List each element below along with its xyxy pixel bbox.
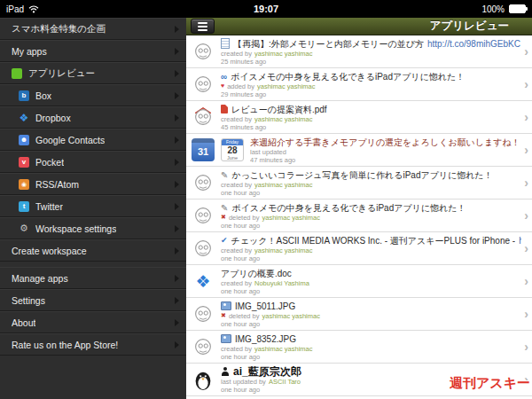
feed-item-meta: created byyashimac yashimac bbox=[221, 115, 521, 123]
watermark: 週刊アスキー bbox=[450, 375, 530, 392]
avatar-sketch bbox=[192, 106, 215, 129]
feed-item[interactable]: 31Friday28June来週紹介する手書きメモアプリの選定をよろしくお願いし… bbox=[186, 134, 532, 167]
sidebar-item-label: Settings bbox=[12, 295, 45, 306]
feed-item-title-text: IMG_5011.JPG bbox=[235, 301, 295, 312]
chevron-right-icon bbox=[175, 181, 179, 188]
feed-item[interactable]: IMG_8352.JPGcreated byyashimac yashimaco… bbox=[186, 331, 532, 364]
sidebar-item[interactable]: ⚙Workspace settings bbox=[0, 217, 186, 239]
timestamp: one hour ago bbox=[221, 254, 260, 262]
feed-item-content: ボイスメモの中身を見える化できるiPadアプリに惚れた！♥added byyas… bbox=[221, 71, 521, 98]
sidebar-item[interactable]: vPocket bbox=[0, 151, 186, 173]
feed-item-content: ボイスメモの中身を見える化できるiPadアプリに惚れた！✖deleted byy… bbox=[221, 202, 521, 230]
chevron-right-icon: › bbox=[524, 274, 528, 288]
feed-item-meta: created byyashimac yashimac bbox=[221, 246, 521, 254]
feed-item-author: yashimac yashimac bbox=[257, 82, 315, 90]
sidebar-item[interactable]: tTwitter bbox=[0, 195, 186, 217]
feed-item[interactable]: ボイスメモの中身を見える化できるiPadアプリに惚れた！♥added byyas… bbox=[186, 68, 532, 101]
chevron-right-icon: › bbox=[524, 143, 528, 157]
rss-icon: ◉ bbox=[19, 179, 29, 190]
feed-item[interactable]: レビューの提案資料.pdfcreated byyashimac yashimac… bbox=[186, 101, 532, 134]
sidebar-item[interactable]: Rate us on the App Store! bbox=[0, 333, 186, 356]
feed-item-title: IMG_5011.JPG bbox=[221, 301, 521, 312]
feed-item-title-text: ボイスメモの中身を見える化できるiPadアプリに惚れた！ bbox=[231, 202, 466, 214]
sidebar-item-label: My apps bbox=[12, 46, 47, 57]
feed-item[interactable]: かっこいいコラージュ写真を簡単に作れるiPadアプリに惚れた！created b… bbox=[186, 167, 532, 200]
wifi-icon bbox=[28, 5, 39, 13]
feed-item-link[interactable]: http://t.co/jbChY… bbox=[519, 235, 521, 246]
sidebar-item-label: Create workspace bbox=[12, 246, 87, 256]
workspace-green-icon bbox=[12, 68, 22, 79]
feed-item-title: アプリの概要.doc bbox=[221, 268, 521, 279]
event-date-month: June bbox=[222, 155, 243, 160]
main-panel: アプリレビュー 【再掲】:外部メモリーと内部メモリーの並び方 http://t.… bbox=[186, 18, 532, 399]
timestamp: one hour ago bbox=[221, 353, 260, 361]
feed-item[interactable]: ボイスメモの中身を見える化できるiPadアプリに惚れた！✖deleted byy… bbox=[186, 200, 532, 232]
check-icon bbox=[221, 235, 228, 246]
feed-item[interactable]: 【再掲】:外部メモリーと内部メモリーの並び方 http://t.co/98mih… bbox=[186, 35, 532, 68]
avatar-sketch bbox=[192, 204, 215, 227]
sidebar-item-label: Pocket bbox=[35, 157, 64, 168]
gcontacts-icon: ☻ bbox=[19, 135, 29, 145]
photo-icon bbox=[221, 301, 231, 310]
feed-item-title: ボイスメモの中身を見える化できるiPadアプリに惚れた！ bbox=[221, 202, 521, 214]
sidebar-item[interactable]: アプリレビュー bbox=[0, 62, 186, 84]
chevron-right-icon bbox=[175, 137, 179, 144]
feed-item-meta-prefix: deleted by bbox=[229, 312, 260, 320]
clock: 19:07 bbox=[0, 4, 532, 14]
feed-item-title: IMG_8352.JPG bbox=[221, 333, 521, 345]
sidebar-item[interactable]: ◉RSS/Atom bbox=[0, 173, 186, 195]
chevron-right-icon bbox=[175, 114, 179, 121]
feed-item-meta: ✖deleted byyashimac yashimac bbox=[221, 214, 521, 222]
feed-item-title: 【再掲】:外部メモリーと内部メモリーの並び方 http://t.co/98mih… bbox=[221, 38, 521, 50]
sidebar-item-label: Box bbox=[35, 90, 51, 101]
dropbox-logo-avatar: ❖ bbox=[192, 270, 215, 293]
feed-item-link[interactable]: http://t.co/98mihGEbKC bbox=[427, 38, 520, 50]
feed-item-meta-prefix: deleted by bbox=[229, 214, 260, 222]
feed-item-time: 47 minutes ago bbox=[250, 156, 521, 164]
feed-item-content: チェック！ASCII MEDIA WORKS Inc. - 週刊アスキーPLUS… bbox=[221, 235, 521, 262]
event-date-card: Friday28June bbox=[221, 138, 244, 161]
chevron-right-icon bbox=[175, 203, 179, 210]
feed-item-meta: created byyashimac yashimac bbox=[221, 345, 521, 353]
feed-item-title: 来週紹介する手書きメモアプリの選定をよろしくお願いしますね！ bbox=[250, 137, 521, 148]
page-title: アプリレビュー bbox=[430, 19, 509, 34]
sidebar-item[interactable]: スマホ料金特集の企画 bbox=[0, 18, 186, 40]
chevron-right-icon bbox=[175, 92, 179, 99]
feed-item-meta: created byyashimac yashimac bbox=[221, 181, 521, 189]
heart-icon: ♥ bbox=[221, 82, 224, 90]
chevron-right-icon bbox=[175, 48, 179, 55]
sidebar-item[interactable]: Create workspace bbox=[0, 239, 186, 262]
chevron-right-icon: › bbox=[524, 44, 528, 59]
timestamp: one hour ago bbox=[221, 222, 260, 230]
note-icon bbox=[221, 202, 228, 214]
chevron-right-icon: › bbox=[524, 208, 528, 223]
timestamp: one hour ago bbox=[221, 287, 260, 295]
sidebar-item-label: Workspace settings bbox=[35, 223, 116, 234]
sidebar-item[interactable]: About bbox=[0, 311, 186, 333]
feed-item-author: yashimac yashimac bbox=[254, 115, 312, 123]
feed-item[interactable]: IMG_5011.JPG✖deleted byyashimac yashimac… bbox=[186, 298, 532, 331]
feed-item-meta-prefix: created by bbox=[221, 181, 252, 189]
feed-list[interactable]: 【再掲】:外部メモリーと内部メモリーの並び方 http://t.co/98mih… bbox=[186, 35, 532, 399]
sidebar-item[interactable]: ☻Google Contacts bbox=[0, 129, 186, 151]
feed-item-content: IMG_5011.JPG✖deleted byyashimac yashimac… bbox=[221, 301, 521, 328]
chevron-right-icon bbox=[175, 247, 179, 254]
list-toggle-button[interactable] bbox=[191, 19, 215, 34]
sidebar-item-label: Dropbox bbox=[35, 113, 71, 123]
calendar-icon: 31 bbox=[192, 138, 215, 161]
feed-item[interactable]: ❖アプリの概要.doccreated byNobuyuki Yashimaone… bbox=[186, 265, 532, 298]
sidebar-item[interactable]: ❖Dropbox bbox=[0, 106, 186, 129]
dropbox-icon: ❖ bbox=[19, 113, 29, 123]
feed-item-meta: last updated bbox=[250, 148, 521, 156]
sidebar-item[interactable]: Settings bbox=[0, 289, 186, 311]
feed-item[interactable]: チェック！ASCII MEDIA WORKS Inc. - 週刊アスキーPLUS… bbox=[186, 232, 532, 265]
feed-item-time: one hour ago bbox=[221, 222, 521, 230]
avatar-sketch bbox=[192, 335, 215, 358]
feed-item-meta-prefix: last updated bbox=[250, 148, 286, 156]
timestamp: one hour ago bbox=[221, 386, 260, 394]
feed-item-time: 45 minutes ago bbox=[221, 123, 521, 131]
sidebar-item[interactable]: Manage apps bbox=[0, 267, 186, 289]
feed-item-time: one hour ago bbox=[221, 320, 521, 328]
sidebar-item[interactable]: My apps bbox=[0, 40, 186, 62]
sidebar-item[interactable]: bBox bbox=[0, 84, 186, 106]
